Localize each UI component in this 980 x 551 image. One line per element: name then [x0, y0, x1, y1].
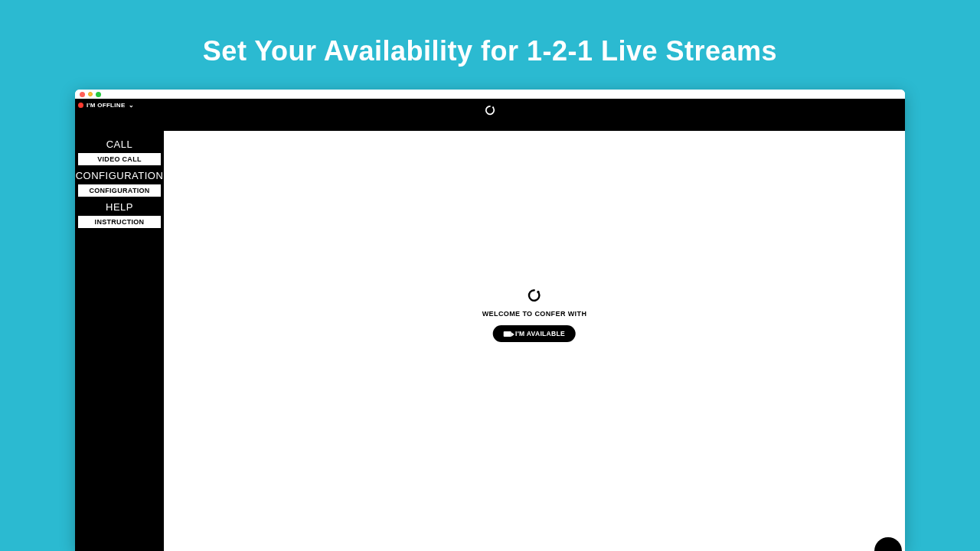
sidebar-item-configuration[interactable]: CONFIGURATION [78, 184, 161, 197]
page-title: Set Your Availability for 1-2-1 Live Str… [0, 0, 980, 67]
chat-fab[interactable] [874, 537, 902, 551]
sidebar-item-video-call[interactable]: VIDEO CALL [78, 153, 161, 165]
sidebar-heading-configuration: CONFIGURATION [75, 167, 164, 183]
im-available-button[interactable]: I'M AVAILABLE [493, 325, 576, 342]
camera-icon [504, 331, 511, 337]
sidebar: CALL VIDEO CALL CONFIGURATION CONFIGURAT… [75, 131, 164, 551]
close-window-icon[interactable] [80, 92, 85, 97]
minimize-window-icon[interactable] [88, 92, 93, 96]
app-body: CALL VIDEO CALL CONFIGURATION CONFIGURAT… [75, 131, 905, 551]
sidebar-heading-call: CALL [75, 135, 164, 152]
svg-point-0 [492, 106, 494, 108]
welcome-block: WELCOME TO CONFER WITH I'M AVAILABLE [482, 289, 587, 342]
im-available-label: I'M AVAILABLE [515, 330, 565, 337]
maximize-window-icon[interactable] [96, 92, 101, 97]
status-label: I'M OFFLINE [87, 102, 126, 109]
mac-titlebar [75, 90, 905, 99]
content-area: WELCOME TO CONFER WITH I'M AVAILABLE [164, 131, 905, 551]
status-dot-icon [78, 103, 83, 108]
app-chrome: I'M OFFLINE ⌄ CALL VIDEO CALL CONFIGURAT… [75, 99, 905, 551]
status-toggle[interactable]: I'M OFFLINE ⌄ [78, 102, 134, 109]
chevron-down-icon: ⌄ [129, 102, 134, 109]
welcome-logo-icon [528, 289, 541, 305]
app-header: I'M OFFLINE ⌄ [75, 99, 905, 131]
svg-point-2 [537, 291, 540, 293]
brand-logo-icon [485, 105, 495, 119]
app-window: I'M OFFLINE ⌄ CALL VIDEO CALL CONFIGURAT… [75, 90, 905, 551]
sidebar-item-instruction[interactable]: INSTRUCTION [78, 216, 161, 228]
sidebar-heading-help: HELP [75, 198, 164, 214]
welcome-text: WELCOME TO CONFER WITH [482, 310, 587, 318]
